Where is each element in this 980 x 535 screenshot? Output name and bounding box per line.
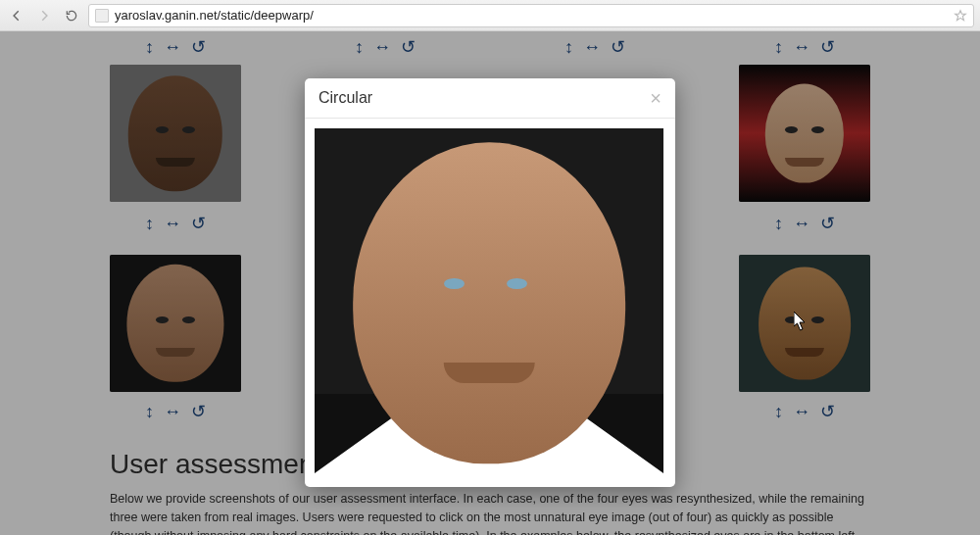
page-favicon (95, 9, 109, 23)
browser-chrome: yaroslav.ganin.net/static/deepwarp/ (0, 0, 980, 31)
forward-button[interactable] (33, 5, 55, 26)
modal-dialog: Circular × (305, 78, 675, 487)
modal-image (315, 128, 663, 477)
url-text: yaroslav.ganin.net/static/deepwarp/ (115, 8, 948, 23)
reload-button[interactable] (61, 5, 82, 26)
modal-title: Circular (318, 89, 372, 107)
modal-overlay[interactable]: Circular × (0, 31, 980, 535)
bookmark-star-icon[interactable] (954, 9, 967, 23)
back-button[interactable] (6, 5, 27, 26)
address-bar[interactable]: yaroslav.ganin.net/static/deepwarp/ (88, 4, 974, 27)
reload-icon (65, 9, 78, 23)
page-body: ↕ ↔ ↺ ↕ ↔ ↺ ↕ ↔ ↺ ↕ ↔ ↺ (0, 31, 980, 535)
close-icon[interactable]: × (650, 88, 662, 108)
arrow-right-icon (37, 9, 51, 23)
arrow-left-icon (10, 9, 24, 23)
